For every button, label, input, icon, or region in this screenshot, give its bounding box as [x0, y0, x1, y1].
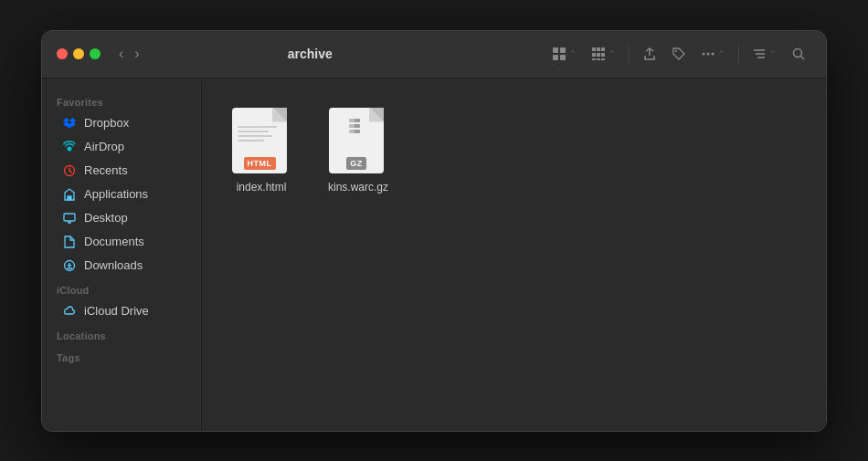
- sidebar-item-label-dropbox: Dropbox: [84, 116, 129, 130]
- sidebar-item-airdrop[interactable]: AirDrop: [48, 135, 196, 159]
- svg-point-13: [675, 50, 677, 52]
- search-icon: [791, 47, 806, 61]
- sidebar-item-desktop[interactable]: Desktop: [48, 206, 196, 230]
- file-item-index-html[interactable]: HTML index.html: [220, 100, 302, 203]
- main-area: Favorites Dropbox: [42, 79, 826, 431]
- dropbox-icon: [62, 116, 77, 131]
- svg-rect-12: [601, 58, 605, 60]
- more-chevron-icon: ⌃: [718, 49, 725, 58]
- sidebar-item-downloads[interactable]: Downloads: [48, 254, 196, 278]
- sidebar-item-label-recents: Recents: [84, 163, 128, 177]
- recents-icon: [62, 163, 77, 178]
- desktop-icon: [62, 211, 77, 225]
- downloads-icon: [62, 258, 77, 273]
- file-icon-html: HTML: [232, 108, 291, 173]
- sort-icon: [752, 47, 767, 61]
- svg-rect-30: [64, 214, 75, 221]
- svg-line-21: [801, 57, 805, 60]
- tag-button[interactable]: [666, 43, 692, 65]
- finder-window: ‹ › archive ⌃: [41, 30, 827, 432]
- close-button[interactable]: [57, 48, 68, 59]
- svg-rect-7: [592, 53, 596, 57]
- sidebar-item-label-documents: Documents: [84, 235, 144, 248]
- sidebar-item-applications[interactable]: Applications: [48, 183, 196, 206]
- more-button[interactable]: ⌃: [695, 43, 731, 65]
- sidebar-item-documents[interactable]: Documents: [48, 230, 196, 254]
- divider-2: [738, 45, 739, 63]
- svg-rect-4: [592, 47, 596, 51]
- file-name-kins-warc-gz: kins.warc.gz: [328, 181, 388, 195]
- divider-1: [629, 45, 630, 63]
- toolbar-actions: ⌃ ⌃: [546, 43, 811, 65]
- sort-chevron-icon: ⌃: [769, 49, 777, 58]
- group-grid-icon: [591, 47, 606, 61]
- svg-point-27: [68, 146, 72, 151]
- svg-rect-1: [560, 47, 566, 53]
- icloud-icon: [62, 304, 77, 319]
- sidebar-item-icloud-drive[interactable]: iCloud Drive: [48, 299, 196, 323]
- share-icon: [642, 47, 657, 61]
- sidebar-item-recents[interactable]: Recents: [48, 159, 196, 183]
- svg-rect-8: [597, 53, 600, 57]
- file-icon-gz: GZ: [329, 108, 387, 173]
- file-content: HTML index.html GZ: [202, 79, 826, 431]
- svg-rect-2: [553, 55, 558, 60]
- svg-point-20: [794, 49, 802, 58]
- svg-rect-11: [597, 58, 600, 60]
- svg-point-14: [703, 53, 705, 56]
- tag-icon: [672, 47, 686, 61]
- icloud-label: iCloud: [42, 278, 201, 299]
- svg-rect-6: [601, 47, 605, 51]
- file-item-kins-warc-gz[interactable]: GZ kins.warc.gz: [317, 100, 399, 203]
- view-icon-button[interactable]: ⌃: [546, 43, 582, 65]
- svg-rect-29: [68, 196, 71, 200]
- locations-label: Locations: [42, 323, 201, 345]
- documents-icon: [62, 235, 77, 249]
- tags-label: Tags: [42, 345, 201, 367]
- file-name-index-html: index.html: [237, 181, 287, 195]
- sidebar-item-label-applications: Applications: [84, 187, 148, 201]
- svg-rect-9: [601, 53, 605, 57]
- sidebar-item-label-icloud-drive: iCloud Drive: [84, 304, 149, 318]
- svg-point-16: [712, 53, 715, 56]
- sort-button[interactable]: ⌃: [746, 43, 782, 65]
- favorites-label: Favorites: [42, 89, 201, 111]
- gz-badge: GZ: [346, 157, 366, 170]
- svg-rect-10: [592, 58, 596, 60]
- folder-title: archive: [81, 47, 539, 61]
- svg-rect-3: [560, 55, 566, 60]
- sidebar: Favorites Dropbox: [42, 79, 202, 431]
- html-badge: HTML: [244, 157, 276, 170]
- search-button[interactable]: [786, 43, 811, 65]
- html-lines: [238, 126, 281, 144]
- more-icon: [701, 47, 715, 61]
- share-button[interactable]: [637, 43, 662, 65]
- sidebar-item-dropbox[interactable]: Dropbox: [48, 111, 196, 135]
- gz-zipper: [353, 119, 360, 135]
- sidebar-item-label-downloads: Downloads: [84, 258, 143, 272]
- sidebar-item-label-airdrop: AirDrop: [84, 140, 124, 153]
- sidebar-item-label-desktop: Desktop: [84, 211, 128, 225]
- airdrop-icon: [62, 140, 77, 154]
- svg-rect-5: [597, 47, 600, 51]
- applications-icon: [62, 187, 77, 202]
- grid-icon: [552, 47, 566, 61]
- svg-rect-0: [553, 47, 558, 53]
- chevron-icon: ⌃: [569, 49, 577, 58]
- group-chevron-icon: ⌃: [609, 49, 616, 58]
- toolbar: ‹ › archive ⌃: [42, 31, 826, 79]
- group-view-button[interactable]: ⌃: [586, 43, 621, 65]
- svg-point-15: [707, 53, 710, 56]
